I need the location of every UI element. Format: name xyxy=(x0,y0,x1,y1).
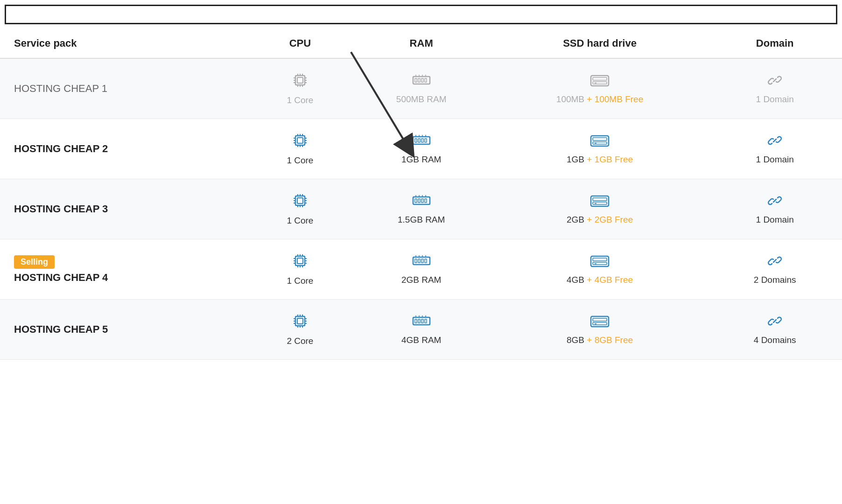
hdd-icon xyxy=(590,73,610,91)
svg-rect-43 xyxy=(418,139,420,142)
svg-rect-51 xyxy=(593,138,607,140)
service-pack-cell: HOSTING CHEAP 1 xyxy=(0,58,249,119)
table-row: HOSTING CHEAP 1 1 Core xyxy=(0,58,842,119)
service-name: HOSTING CHEAP 1 xyxy=(14,83,235,95)
col-cpu: CPU xyxy=(249,29,351,58)
svg-rect-132 xyxy=(593,318,607,321)
ssd-value: 100MB + 100MB Free xyxy=(556,94,643,105)
service-pack-cell: HOSTING CHEAP 3 xyxy=(0,179,249,239)
table-row: HOSTING CHEAP 5 2 Core xyxy=(0,300,842,360)
svg-rect-105 xyxy=(593,258,607,261)
cpu-value: 1 Core xyxy=(287,95,313,105)
ram-icon xyxy=(412,193,431,212)
svg-rect-78 xyxy=(593,198,607,201)
ram-value: 1.5GB RAM xyxy=(398,215,445,225)
service-pack-cell: HOSTING CHEAP 2 xyxy=(0,119,249,179)
ssd-cell: 1GB + 1GB Free xyxy=(492,119,708,179)
svg-rect-55 xyxy=(297,198,303,203)
ram-icon xyxy=(412,253,431,272)
service-name: HOSTING CHEAP 4 xyxy=(14,272,235,284)
cpu-cell: 1 Core xyxy=(249,179,351,239)
svg-rect-72 xyxy=(425,199,427,203)
cpu-value: 1 Core xyxy=(287,155,313,166)
svg-rect-28 xyxy=(297,138,303,143)
svg-rect-44 xyxy=(421,139,423,142)
domain-cell: 1 Domain xyxy=(708,119,842,179)
ssd-value: 4GB + 4GB Free xyxy=(567,275,633,285)
ssd-cell: 4GB + 4GB Free xyxy=(492,239,708,300)
table-header-row: Service pack CPU RAM SSD hard drive Doma… xyxy=(0,29,842,58)
svg-rect-24 xyxy=(593,77,607,80)
domain-cell: 2 Domains xyxy=(708,239,842,300)
ram-cell: 4GB RAM xyxy=(351,300,492,360)
service-pack-cell: SellingHOSTING CHEAP 4 xyxy=(0,239,249,300)
svg-rect-97 xyxy=(418,259,420,263)
col-service-pack: Service pack xyxy=(0,29,249,58)
cpu-icon xyxy=(292,192,309,213)
svg-rect-82 xyxy=(297,258,303,264)
link-icon xyxy=(767,73,782,91)
cpu-icon xyxy=(292,313,309,333)
svg-rect-69 xyxy=(415,199,417,203)
ssd-cell: 2GB + 2GB Free xyxy=(492,179,708,239)
ram-value: 500MB RAM xyxy=(396,94,447,105)
service-name: HOSTING CHEAP 5 xyxy=(14,323,235,336)
ssd-value: 8GB + 8GB Free xyxy=(567,335,633,345)
svg-rect-15 xyxy=(415,78,417,82)
svg-rect-99 xyxy=(425,259,427,263)
svg-rect-71 xyxy=(421,199,423,203)
selling-badge: Selling xyxy=(14,255,55,269)
hosting-table: Service pack CPU RAM SSD hard drive Doma… xyxy=(0,29,842,360)
table-row: HOSTING CHEAP 2 1 Core xyxy=(0,119,842,179)
annotation-box xyxy=(5,5,837,24)
domain-value: 1 Domain xyxy=(756,215,794,225)
domain-cell: 1 Domain xyxy=(708,179,842,239)
cpu-value: 2 Core xyxy=(287,336,313,346)
domain-value: 1 Domain xyxy=(756,154,794,165)
svg-rect-70 xyxy=(418,199,420,203)
ram-cell: 2GB RAM xyxy=(351,239,492,300)
ram-value: 2GB RAM xyxy=(401,275,442,285)
domain-cell: 1 Domain xyxy=(708,58,842,119)
hdd-icon xyxy=(590,194,610,212)
ram-icon xyxy=(412,314,431,332)
domain-cell: 4 Domains xyxy=(708,300,842,360)
cpu-cell: 1 Core xyxy=(249,239,351,300)
service-name: HOSTING CHEAP 3 xyxy=(14,203,235,215)
svg-rect-16 xyxy=(418,78,420,82)
col-ram: RAM xyxy=(351,29,492,58)
hdd-icon xyxy=(590,314,610,332)
service-pack-cell: HOSTING CHEAP 5 xyxy=(0,300,249,360)
service-name: HOSTING CHEAP 2 xyxy=(14,143,235,155)
cpu-icon xyxy=(292,72,309,92)
domain-value: 2 Domains xyxy=(754,275,796,285)
domain-value: 4 Domains xyxy=(754,335,796,345)
link-icon xyxy=(767,253,782,272)
hdd-icon xyxy=(590,133,610,152)
ssd-value: 1GB + 1GB Free xyxy=(567,154,633,165)
svg-rect-124 xyxy=(418,319,420,323)
ram-value: 4GB RAM xyxy=(401,335,442,345)
svg-rect-98 xyxy=(421,259,423,263)
cpu-icon xyxy=(292,132,309,153)
cpu-cell: 1 Core xyxy=(249,119,351,179)
table-row: HOSTING CHEAP 3 1 Core xyxy=(0,179,842,239)
svg-rect-1 xyxy=(297,77,303,83)
svg-rect-45 xyxy=(425,139,427,142)
link-icon xyxy=(767,133,782,152)
ram-value: 1GB RAM xyxy=(401,154,442,165)
ram-cell: 1.5GB RAM xyxy=(351,179,492,239)
cpu-value: 1 Core xyxy=(287,276,313,286)
link-icon xyxy=(767,193,782,212)
svg-rect-42 xyxy=(415,139,417,142)
cpu-icon xyxy=(292,252,309,273)
ssd-value: 2GB + 2GB Free xyxy=(567,215,633,225)
cpu-cell: 1 Core xyxy=(249,58,351,119)
link-icon xyxy=(767,314,782,332)
cpu-cell: 2 Core xyxy=(249,300,351,360)
ram-cell: 1GB RAM xyxy=(351,119,492,179)
svg-rect-123 xyxy=(415,319,417,323)
svg-rect-125 xyxy=(421,319,423,323)
col-domain: Domain xyxy=(708,29,842,58)
ram-cell: 500MB RAM xyxy=(351,58,492,119)
